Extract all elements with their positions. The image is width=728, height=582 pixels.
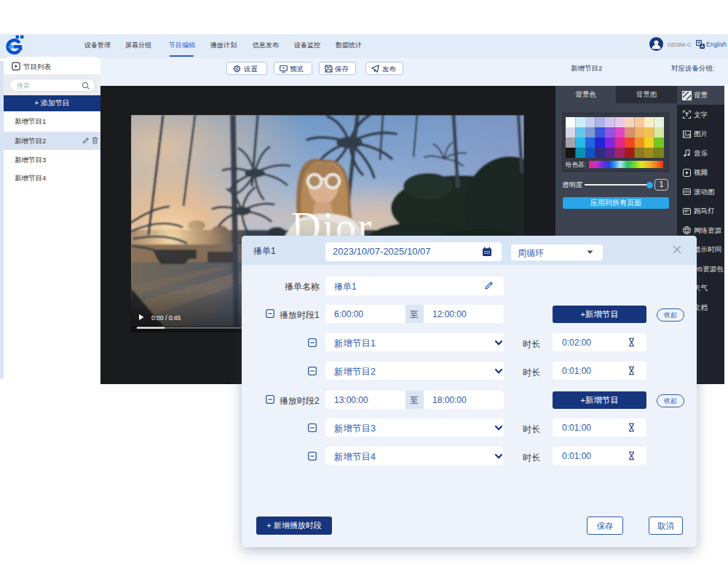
svg-text:0:00 / 0:45: 0:00 / 0:45: [151, 314, 181, 322]
